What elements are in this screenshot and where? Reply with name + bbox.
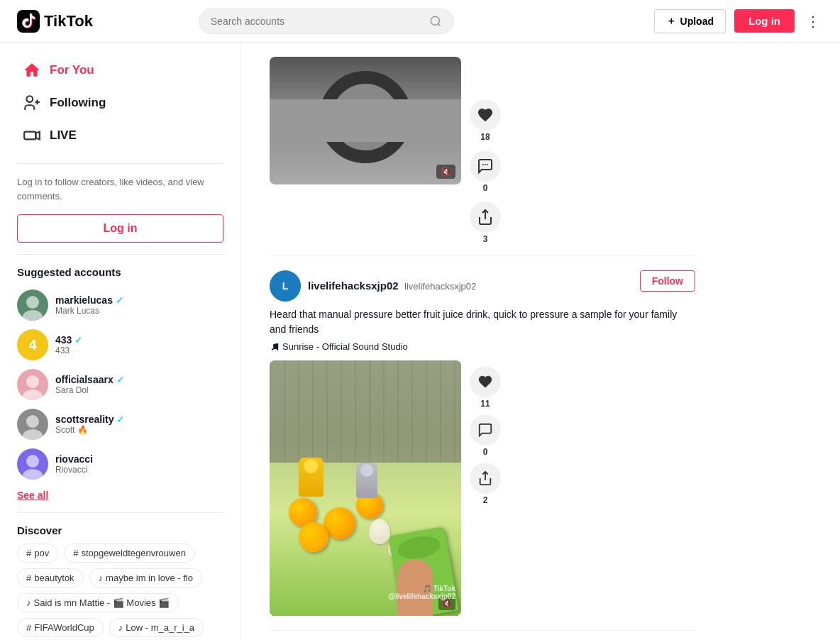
sidebar-login-button[interactable]: Log in (17, 214, 223, 243)
video-handle: livelifehacksxjp02 (404, 281, 476, 292)
account-handle-officialsaarx: Sara Dol (55, 385, 223, 395)
avatar-433: 4 (17, 329, 48, 360)
svg-rect-6 (24, 132, 35, 140)
account-name-markielucas: markielucas ✓ (55, 294, 223, 306)
header-actions: ＋ Upload Log in ⋮ (654, 9, 823, 33)
nav-live[interactable]: LIVE (17, 119, 223, 152)
discover-tags: # pov # stopgeweldtegenvrouwen # beautyt… (17, 544, 223, 637)
tag-pov[interactable]: # pov (17, 544, 58, 563)
suggested-account-markielucas[interactable]: markielucas ✓ Mark Lucas (17, 285, 223, 325)
avatar-markielucas (17, 289, 48, 321)
search-icon (429, 15, 442, 28)
svg-point-8 (26, 296, 39, 309)
share-button[interactable]: 2 (470, 463, 501, 505)
comment-circle (470, 150, 501, 182)
upload-button[interactable]: ＋ Upload (654, 9, 726, 33)
video-media-row: 🔇 🎵 TikTok @livelifehacksxjp02 (270, 360, 695, 616)
video-card-livelifehacks: L livelifehacksxjp02 livelifehacksxjp02 … (270, 256, 695, 631)
comment-button[interactable]: 0 (470, 414, 501, 457)
nav-divider (17, 163, 223, 164)
music-icon-2: ♪ (26, 597, 31, 608)
suggested-account-riovacci[interactable]: riovacci Riovacci (17, 444, 223, 484)
svg-line-2 (438, 23, 440, 26)
account-info-officialsaarx: officialsaarx ✓ Sara Dol (55, 374, 223, 395)
tag-low[interactable]: ♪ Low - m_a_r_i_a (109, 618, 204, 637)
svg-point-11 (23, 390, 43, 400)
tag-fifaworldcup[interactable]: # FIFAWorldCup (17, 618, 104, 637)
video-thumbnail-livelifehacks[interactable]: 🔇 🎵 TikTok @livelifehacksxjp02 (270, 360, 461, 616)
login-prompt: Log in to follow creators, like videos, … (17, 175, 223, 203)
watermark-handle: @livelifehacksxjp02 (388, 592, 455, 600)
hash-icon-4: # (26, 622, 31, 633)
svg-point-10 (26, 375, 39, 388)
tag-label-5: Said is mn Mattie - 🎬 Movies 🎬 (34, 597, 170, 608)
tag-label-3: beautytok (34, 573, 74, 583)
share-count: 2 (483, 495, 488, 505)
svg-point-1 (431, 16, 439, 25)
nav-following[interactable]: Following (17, 87, 223, 119)
account-name-riovacci: riovacci (55, 453, 223, 465)
top-video-thumbnail[interactable]: 🔇 (270, 57, 461, 184)
tiktok-logo-icon (17, 10, 40, 33)
avatar-riovacci (17, 448, 48, 480)
main-nav: For You Following LIVE (17, 54, 223, 152)
header: TikTok ＋ Upload Log in ⋮ (0, 0, 840, 43)
comment-count: 0 (483, 447, 488, 457)
tag-stopgeweld[interactable]: # stopgeweldtegenvrouwen (64, 544, 195, 563)
logo[interactable]: TikTok (17, 10, 93, 33)
account-info-433: 433 ✓ 433 (55, 334, 223, 355)
tag-beautytok[interactable]: # beautytok (17, 568, 84, 587)
like-circle (470, 99, 501, 131)
video-user-avatar[interactable]: L (270, 270, 301, 302)
svg-text:L: L (282, 280, 289, 292)
nav-for-you[interactable]: For You (17, 54, 223, 87)
page-layout: For You Following LIVE Log in to follow … (0, 0, 840, 640)
video-sound[interactable]: Sunrise - Official Sound Studio (270, 341, 695, 352)
divider-2 (17, 254, 223, 255)
verified-badge-markielucas: ✓ (116, 295, 123, 306)
suggested-account-officialsaarx[interactable]: officialsaarx ✓ Sara Dol (17, 365, 223, 404)
music-icon-1: ♪ (99, 573, 104, 583)
account-info-scottsreality: scottsreality ✓ Scott 🔥 (55, 414, 223, 435)
video-card-content: L livelifehacksxjp02 livelifehacksxjp02 … (270, 270, 695, 616)
see-all-button[interactable]: See all (17, 490, 223, 501)
tag-maybe-im-in-love[interactable]: ♪ maybe im in love - flo (89, 568, 202, 587)
top-comment-button[interactable]: 0 (470, 150, 501, 193)
logo-text: TikTok (44, 12, 93, 31)
nav-following-label: Following (50, 96, 106, 110)
account-handle-433: 433 (55, 346, 223, 355)
search-input[interactable] (211, 16, 424, 27)
tag-label-4: maybe im in love - flo (106, 573, 193, 583)
follow-button[interactable]: Follow (640, 270, 695, 292)
video-username[interactable]: livelifehacksxjp02 (308, 280, 399, 292)
login-button[interactable]: Log in (734, 9, 795, 33)
tag-label-2: stopgeweldtegenvrouwen (81, 548, 185, 558)
svg-point-17 (485, 164, 486, 165)
top-video-card: 🔇 18 0 (270, 57, 695, 256)
nav-live-label: LIVE (50, 128, 77, 143)
tag-said-is-mn[interactable]: ♪ Said is mn Mattie - 🎬 Movies 🎬 (17, 593, 179, 612)
hash-icon-3: # (26, 573, 31, 583)
following-icon (23, 94, 41, 112)
suggested-account-scottsreality[interactable]: scottsreality ✓ Scott 🔥 (17, 404, 223, 444)
avatar-scottsreality (17, 409, 48, 440)
top-like-button[interactable]: 18 (470, 99, 501, 142)
tiktok-watermark: 🎵 TikTok @livelifehacksxjp02 (388, 585, 455, 600)
top-like-count: 18 (480, 132, 490, 142)
account-handle-scottsreality: Scott 🔥 (55, 425, 223, 435)
video-user-info: livelifehacksxjp02 livelifehacksxjp02 (308, 280, 476, 292)
more-options-button[interactable]: ⋮ (803, 10, 823, 33)
tag-label: pov (34, 548, 49, 558)
suggested-account-433[interactable]: 4 433 ✓ 433 (17, 325, 223, 365)
hash-icon-2: # (73, 548, 78, 558)
verified-badge-officialsaarx: ✓ (116, 375, 124, 385)
like-button[interactable]: 11 (470, 366, 501, 409)
video-description: Heard that manual pressure better fruit … (270, 307, 695, 337)
like-circle-2 (470, 366, 501, 397)
suggested-accounts-list: markielucas ✓ Mark Lucas 4 433 ✓ 433 (17, 285, 223, 484)
tag-label-7: Low - m_a_r_i_a (126, 622, 194, 633)
svg-point-18 (487, 164, 488, 165)
mute-icon-badge[interactable]: 🔇 (436, 165, 455, 179)
top-share-button[interactable]: 3 (470, 202, 501, 244)
svg-point-15 (23, 469, 43, 480)
